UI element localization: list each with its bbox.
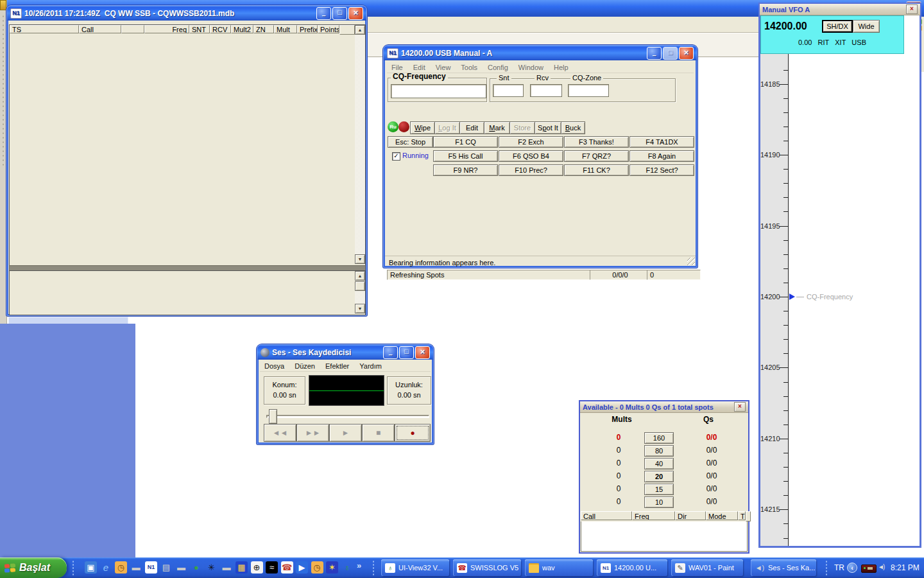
start-button[interactable]: Başlat [0, 557, 67, 578]
fast-forward-button[interactable]: ►► [296, 424, 329, 442]
log-window-titlebar[interactable]: N1 10/26/2011 17:21:49Z CQ WW SSB - CQWW… [7, 6, 366, 21]
esc-stop-button[interactable]: Esc: Stop [388, 136, 433, 148]
seek-slider-track[interactable] [266, 415, 429, 418]
vfo-titlebar[interactable]: Manual VFO A × [760, 4, 920, 15]
fkey-button-f12[interactable]: F12 Sect? [629, 164, 694, 176]
available-titlebar[interactable]: Available - 0 Mults 0 Qs of 1 total spot… [580, 401, 748, 413]
lower-scrollbar[interactable]: ▲ ▼ [355, 271, 365, 313]
close-icon[interactable]: × [415, 346, 430, 359]
band-button-80[interactable]: 80 [644, 445, 674, 457]
scroll-down-icon[interactable]: ▼ [355, 304, 365, 313]
scroll-up-icon[interactable]: ▲ [355, 25, 365, 35]
menu-item[interactable]: Tools [456, 62, 482, 73]
close-icon[interactable]: × [734, 402, 746, 412]
band-button-160[interactable]: 160 [644, 432, 674, 444]
buck-button[interactable]: Buck [561, 121, 585, 134]
fkey-button-f5[interactable]: F5 His Call [433, 150, 498, 162]
minimize-icon[interactable]: – [316, 7, 331, 20]
menu-item[interactable]: Yardım [355, 361, 386, 371]
task-button[interactable]: N114200.00 U... [597, 559, 667, 576]
log-scrollbar[interactable]: ▲ ▼ [355, 25, 365, 264]
task-button[interactable]: ✎WAV01 - Paint [671, 559, 743, 576]
sound-recorder-titlebar[interactable]: Ses - Ses Kaydedicisi – □ × [257, 345, 433, 360]
rcv-input[interactable] [530, 84, 562, 97]
log-column-header[interactable]: SNT [189, 25, 210, 33]
log-column-header[interactable]: TS [10, 25, 79, 33]
spot-column-header[interactable]: Mode [706, 511, 738, 520]
rewind-button[interactable]: ◄◄ [264, 424, 296, 442]
menu-item[interactable]: Edit [409, 62, 430, 73]
language-indicator[interactable]: TR [834, 563, 844, 572]
clock-icon[interactable]: ◷ [115, 561, 127, 574]
show-desktop-icon[interactable]: ▣ [85, 561, 97, 574]
menu-item[interactable]: Düzen [290, 361, 320, 371]
task-button[interactable]: ♁UI-View32 V... [381, 559, 449, 576]
log-it-button[interactable]: Log It [434, 121, 460, 134]
minimize-icon[interactable]: – [647, 47, 662, 60]
dock-app-icon[interactable] [0, 0, 6, 10]
maximize-icon[interactable]: □ [332, 7, 347, 20]
log-column-header[interactable]: RCV [210, 25, 231, 33]
fkey-button-f2[interactable]: F2 Exch [499, 136, 563, 148]
log-column-header[interactable]: Prefix [297, 25, 318, 33]
wipe-button[interactable]: Wipe [410, 121, 435, 134]
quick-launch-overflow-chevron[interactable]: » [357, 561, 361, 570]
fkey-button-f10[interactable]: F10 Prec? [499, 164, 563, 176]
menu-item[interactable]: Efektler [321, 361, 354, 371]
band-button-40[interactable]: 40 [644, 458, 674, 469]
spot-column-header[interactable]: Call [581, 511, 632, 520]
media-player-icon[interactable]: ▶ [296, 561, 308, 574]
record-button[interactable]: ● [395, 424, 431, 442]
internet-explorer-icon[interactable]: e [100, 561, 112, 574]
mark-button[interactable]: Mark [484, 121, 510, 134]
crosshair-icon[interactable]: ⊕ [251, 561, 263, 574]
task-button[interactable]: wav [525, 559, 593, 576]
maximize-icon[interactable]: □ [399, 346, 414, 359]
fkey-button-f9[interactable]: F9 NR? [433, 164, 498, 176]
shdx-button[interactable]: SH/DX [822, 20, 853, 33]
device-icon[interactable]: ▬ [221, 561, 233, 574]
mmsstv-icon[interactable]: ▦ [235, 561, 248, 574]
band-button-15[interactable]: 15 [644, 484, 674, 495]
close-icon[interactable]: × [906, 4, 918, 14]
antenna-icon[interactable]: ✳ [205, 561, 218, 574]
menu-item[interactable]: Config [483, 62, 513, 73]
close-icon[interactable]: × [348, 7, 363, 20]
seek-slider-handle[interactable] [269, 409, 277, 424]
log-column-header[interactable]: Call [79, 25, 121, 33]
edit-button[interactable]: Edit [459, 121, 484, 134]
menu-item[interactable]: View [431, 62, 456, 73]
cq-zone-input[interactable] [568, 84, 609, 97]
device-icon[interactable]: ▬ [130, 561, 142, 574]
log-column-header[interactable] [121, 25, 144, 33]
spot-it-button[interactable]: Spot It [535, 121, 561, 134]
task-button[interactable]: ◄)Ses - Ses Ka... [751, 559, 816, 576]
n1mm-logger-icon[interactable]: N1 [145, 561, 157, 574]
log-column-header[interactable]: Points [318, 25, 339, 33]
stop-button[interactable]: ■ [362, 424, 395, 442]
menu-item[interactable]: File [387, 62, 407, 73]
hide-tray-icons-arrow[interactable]: ‹ [847, 563, 857, 573]
fkey-button-f11[interactable]: F11 CK? [564, 164, 629, 176]
fkey-button-f1[interactable]: F1 CQ [433, 136, 498, 148]
scroll-up-icon[interactable]: ▲ [355, 271, 365, 281]
band-button-20[interactable]: 20 [644, 471, 674, 482]
scroll-down-icon[interactable]: ▼ [355, 254, 365, 264]
fkey-button-f8[interactable]: F8 Again [629, 150, 694, 162]
fkey-button-f6[interactable]: F6 QSO B4 [499, 150, 563, 162]
log-column-header[interactable]: Freq [144, 25, 189, 33]
entry-window-titlebar[interactable]: N1 14200.00 USB Manual - A – □ × [384, 46, 697, 60]
fkey-button-f3[interactable]: F3 Thanks! [564, 136, 629, 148]
log-column-header[interactable]: Mult2 [231, 25, 253, 33]
spot-column-header[interactable]: Dir [675, 511, 706, 520]
running-checkbox[interactable]: ✓ [392, 152, 400, 161]
spot-column-header[interactable]: T [738, 511, 746, 520]
butterfly-icon[interactable]: ✶ [326, 561, 338, 574]
mmtty-icon[interactable]: ≈ [266, 561, 278, 574]
band-button-10[interactable]: 10 [644, 496, 674, 508]
close-icon[interactable]: × [679, 47, 694, 60]
clock-icon[interactable]: ◷ [311, 561, 323, 574]
play-button[interactable]: ► [329, 424, 362, 442]
task-button[interactable]: ☎SWISSLOG V5 [453, 559, 521, 576]
scroll-thumb[interactable] [355, 281, 365, 291]
